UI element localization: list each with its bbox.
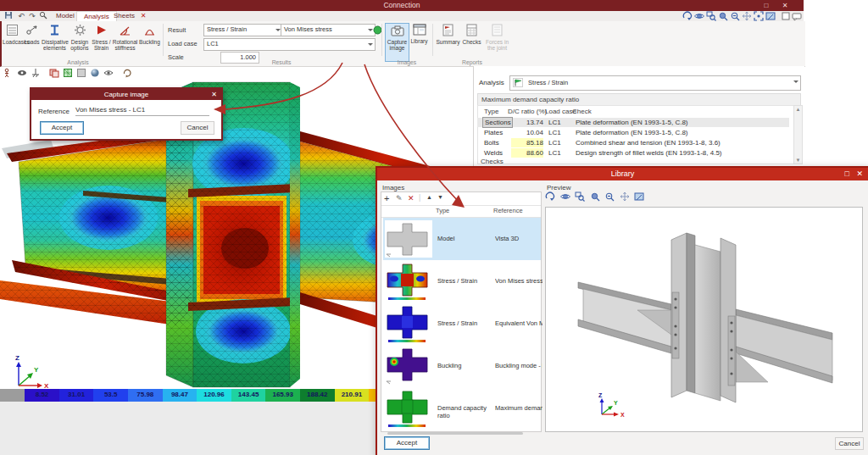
results-group-label: Results xyxy=(248,59,315,65)
gear-icon xyxy=(69,24,91,37)
delete-icon[interactable]: ✕ xyxy=(408,194,415,203)
play-icon xyxy=(92,24,111,37)
summary-doc-icon xyxy=(436,24,460,37)
library-button[interactable]: Library xyxy=(409,23,429,60)
cancel-button[interactable]: Cancel xyxy=(835,437,864,450)
zoom-dynamic-icon[interactable] xyxy=(590,191,601,203)
next-section-label[interactable]: Checks xyxy=(481,158,504,165)
scale-segment: 188.42 xyxy=(300,389,335,402)
table-row[interactable]: Bolts 85.18 LC1 Combined shear and tensi… xyxy=(477,138,789,147)
loads-button[interactable]: Loads xyxy=(23,23,41,60)
dcr-section-header[interactable]: Maximum demand capacity ratio xyxy=(477,93,801,106)
tab-sheets[interactable]: Sheets xyxy=(107,11,142,21)
reports-group-label: Reports xyxy=(442,59,502,65)
col-ratio[interactable]: D/C ratio (%) xyxy=(508,108,547,115)
pan-icon[interactable] xyxy=(620,191,631,203)
library-col-type[interactable]: Type xyxy=(436,207,449,214)
search-icon[interactable] xyxy=(38,11,48,21)
analysis-group-label: Analysis xyxy=(36,59,120,65)
move-up-icon[interactable]: ▲ xyxy=(426,194,432,200)
stress-strain-button[interactable]: Stress / Strain xyxy=(92,23,111,60)
window-title: Connection xyxy=(0,1,804,9)
table-row[interactable]: Welds 88.60 LC1 Design strength of fille… xyxy=(477,148,789,158)
analysis-combo-label: Analysis xyxy=(479,79,504,86)
scale-segment: 210.91 xyxy=(335,389,370,402)
undo-icon[interactable]: ↶ xyxy=(16,11,26,21)
library-item-dcr[interactable]: Demand capacity ratio Maximum demand cap… xyxy=(383,387,541,430)
result-label: Result xyxy=(168,26,186,34)
loadcases-button[interactable]: Loadcases xyxy=(3,23,22,60)
close-icon[interactable]: ✕ xyxy=(856,168,863,180)
scale-segment: 165.93 xyxy=(265,389,300,402)
maximize-icon[interactable]: □ xyxy=(845,168,849,180)
table-row[interactable]: Plates 10.04 LC1 Plate deformation (EN 1… xyxy=(477,128,789,137)
library-item-deformation[interactable]: Stress / Strain Equivalent Von Mises def… xyxy=(383,302,541,346)
preview-canvas[interactable]: Z Y X xyxy=(545,207,863,432)
horizontal-scrollbar[interactable] xyxy=(387,432,523,435)
table-row[interactable]: Sections 13.74 LC1 Plate deformation (EN… xyxy=(477,118,789,127)
forces-report-button-disabled: Forces in the joint xyxy=(483,23,511,60)
solid-icon[interactable] xyxy=(76,68,87,79)
zoom-window-icon[interactable] xyxy=(575,191,586,203)
col-check[interactable]: Check xyxy=(572,108,592,115)
scale-segment: 53.5 xyxy=(93,389,128,402)
buckling-button[interactable]: Buckling xyxy=(139,23,160,60)
images-group-label: Images xyxy=(385,59,429,65)
design-options-button[interactable]: Design options xyxy=(69,23,91,60)
col-type[interactable]: Type xyxy=(484,108,498,115)
close-project-icon[interactable]: ✕ xyxy=(138,11,148,21)
table-scrollbar[interactable]: ▲ ▼ xyxy=(793,105,803,164)
library-item-buckling[interactable]: Buckling Buckling mode - LC1 - 1 [8.871] xyxy=(383,345,541,388)
sphere-icon[interactable] xyxy=(90,68,101,79)
library-col-reference[interactable]: Reference xyxy=(493,207,523,214)
member-icon[interactable] xyxy=(3,68,14,79)
maximize-icon[interactable]: □ xyxy=(760,1,773,10)
close-icon[interactable]: ✕ xyxy=(778,1,792,10)
stress-thumbnail xyxy=(385,263,432,300)
checks-button[interactable]: Checks xyxy=(461,23,482,60)
group-separator xyxy=(381,24,382,56)
plates-icon[interactable] xyxy=(49,68,60,79)
loads-icon xyxy=(23,24,41,37)
orbit-icon[interactable] xyxy=(560,191,571,203)
analysis-combo[interactable]: Stress / Strain xyxy=(509,75,801,91)
accept-button[interactable]: Accept xyxy=(384,436,430,450)
cancel-button[interactable]: Cancel xyxy=(181,121,214,135)
capture-image-button[interactable]: Capture image xyxy=(385,23,409,62)
redraw-icon[interactable] xyxy=(122,68,133,79)
capture-dialog-titlebar: Capture image ✕ xyxy=(31,89,221,100)
chevron-down-icon xyxy=(368,43,373,46)
images-panel-label: Images xyxy=(382,184,404,191)
add-icon[interactable]: + xyxy=(384,193,389,203)
result-type-combo[interactable]: Stress / Strain xyxy=(203,24,283,36)
close-icon[interactable]: ✕ xyxy=(211,89,217,100)
library-dialog-titlebar: Library □ ✕ xyxy=(377,168,868,180)
summary-button[interactable]: Summary xyxy=(436,23,460,60)
save-icon[interactable] xyxy=(3,11,14,21)
result-value-combo[interactable]: Von Mises stress xyxy=(281,24,376,36)
edit-icon[interactable]: ✎ xyxy=(396,194,403,203)
supports-icon[interactable] xyxy=(31,68,42,79)
deformed-shape-icon[interactable] xyxy=(17,68,28,79)
mesh-icon[interactable] xyxy=(63,68,74,79)
load-case-combo[interactable]: LC1 xyxy=(203,38,376,51)
accept-button[interactable]: Accept xyxy=(40,121,84,135)
scale-label: Scale xyxy=(168,53,184,61)
redo-icon[interactable]: ↷ xyxy=(27,11,37,21)
i-beam-icon xyxy=(42,24,68,37)
visibility-icon[interactable] xyxy=(103,68,114,79)
dissipative-elements-button[interactable]: Dissipative elements xyxy=(42,23,68,60)
preview-3d-model: Z Y X xyxy=(546,208,860,430)
zoom-out-icon[interactable] xyxy=(604,191,615,203)
rotate-view-icon[interactable] xyxy=(545,191,556,203)
rotational-stiffness-button[interactable]: Rotational stiffness xyxy=(112,23,138,60)
axis-z-label: Z xyxy=(15,354,19,362)
reference-input[interactable]: Von Mises stress - LC1 xyxy=(75,105,209,116)
dcr-thumbnail xyxy=(385,390,432,427)
library-item-model[interactable]: Model Vista 3D xyxy=(383,218,541,261)
move-down-icon[interactable]: ▼ xyxy=(437,194,443,200)
scale-segment: 120.96 xyxy=(197,389,231,402)
library-item-stress[interactable]: Stress / Strain Von Mises stress - LC1 xyxy=(383,260,541,303)
screenshot-icon[interactable] xyxy=(634,191,645,203)
axis-x-label: X xyxy=(44,382,49,389)
